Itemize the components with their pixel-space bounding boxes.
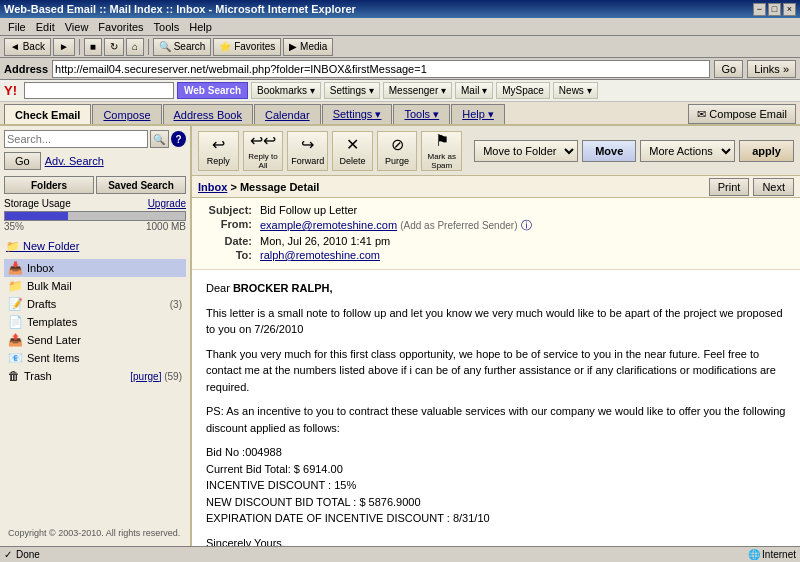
yahoo-messenger-button[interactable]: Messenger ▾ xyxy=(383,82,452,99)
new-folder-button[interactable]: 📁 New Folder xyxy=(4,238,186,255)
email-headers: Subject: Bid Follow up Letter From: exam… xyxy=(192,198,800,270)
help-icon[interactable]: ? xyxy=(171,131,186,147)
email-greeting: Dear BROCKER RALPH, xyxy=(206,280,786,297)
forward-label: Forward xyxy=(291,156,324,166)
yahoo-news-button[interactable]: News ▾ xyxy=(553,82,598,99)
sidebar-item-trash[interactable]: 🗑 Trash [purge] (59) xyxy=(4,367,186,385)
compose-email-button[interactable]: ✉ Compose Email xyxy=(688,104,796,124)
nav-tabs: Check Email Compose Address Book Calenda… xyxy=(0,102,800,126)
reply-all-button[interactable]: ↩↩ Reply to All xyxy=(243,131,284,171)
bulk-mail-icon: 📁 xyxy=(8,279,23,293)
forward-button[interactable]: ↪ Forward xyxy=(287,131,328,171)
saved-search-tab[interactable]: Saved Search xyxy=(96,176,186,194)
delete-icon: ✕ xyxy=(346,135,359,154)
reply-all-label: Reply to All xyxy=(244,152,283,170)
print-button[interactable]: Print xyxy=(709,178,750,196)
folders-tab[interactable]: Folders xyxy=(4,176,94,194)
refresh-button[interactable]: ↻ xyxy=(104,38,124,56)
yahoo-search-input[interactable] xyxy=(24,82,174,99)
move-to-folder-select[interactable]: Move to Folder xyxy=(474,140,578,162)
menu-tools[interactable]: Tools xyxy=(150,20,184,34)
storage-bar: Storage Usage Upgrade 35% 1000 MB xyxy=(4,198,186,232)
storage-label-row: Storage Usage Upgrade xyxy=(4,198,186,209)
sidebar-item-drafts[interactable]: 📝 Drafts (3) xyxy=(4,295,186,313)
mark-spam-button[interactable]: ⚑ Mark as Spam xyxy=(421,131,462,171)
window-title: Web-Based Email :: Mail Index :: Inbox -… xyxy=(4,3,356,15)
toolbar-sep2 xyxy=(148,39,149,55)
search-button[interactable]: 🔍 xyxy=(150,130,169,148)
email-para2: Thank you very much for this first class… xyxy=(206,346,786,396)
sent-icon: 📧 xyxy=(8,351,23,365)
menu-help[interactable]: Help xyxy=(185,20,216,34)
upgrade-link[interactable]: Upgrade xyxy=(148,198,186,209)
sidebar-item-sent-items[interactable]: 📧 Sent Items xyxy=(4,349,186,367)
search-input[interactable] xyxy=(4,130,148,148)
more-actions-select[interactable]: More Actions xyxy=(640,140,735,162)
reply-button[interactable]: ↩ Reply xyxy=(198,131,239,171)
purge-button[interactable]: ⊘ Purge xyxy=(377,131,418,171)
next-button[interactable]: Next xyxy=(753,178,794,196)
sidebar-item-bulk-mail[interactable]: 📁 Bulk Mail xyxy=(4,277,186,295)
main-layout: 🔍 ? Go Adv. Search Folders Saved Search … xyxy=(0,126,800,546)
to-label: To: xyxy=(202,249,252,261)
close-button[interactable]: × xyxy=(783,3,796,16)
address-input[interactable] xyxy=(52,60,710,78)
sidebar-item-send-later[interactable]: 📤 Send Later xyxy=(4,331,186,349)
send-later-label: Send Later xyxy=(27,334,81,346)
storage-percent: 35% xyxy=(4,221,24,232)
folder-search-tabs: Folders Saved Search xyxy=(4,176,186,194)
tab-address-book[interactable]: Address Book xyxy=(163,104,253,124)
address-bar: Address Go Links » xyxy=(0,58,800,80)
sidebar-item-inbox[interactable]: 📥 Inbox xyxy=(4,259,186,277)
yahoo-web-search-button[interactable]: Web Search xyxy=(177,82,248,99)
status-bar: ✓ Done 🌐 Internet xyxy=(0,546,800,562)
menu-edit[interactable]: Edit xyxy=(32,20,59,34)
tab-check-email[interactable]: Check Email xyxy=(4,104,91,124)
maximize-button[interactable]: □ xyxy=(768,3,781,16)
yahoo-settings-button[interactable]: Settings ▾ xyxy=(324,82,380,99)
go-button[interactable]: Go xyxy=(4,152,41,170)
reply-icon: ↩ xyxy=(212,135,225,154)
tab-settings[interactable]: Settings ▾ xyxy=(322,104,393,124)
yahoo-myspace-button[interactable]: MySpace xyxy=(496,82,550,99)
date-label: Date: xyxy=(202,235,252,247)
menu-favorites[interactable]: Favorites xyxy=(94,20,147,34)
new-discount-bid: NEW DISCOUNT BID TOTAL : $ 5876.9000 xyxy=(206,494,786,511)
address-go-button[interactable]: Go xyxy=(714,60,743,78)
go-adv-row: Go Adv. Search xyxy=(4,152,186,170)
move-button[interactable]: Move xyxy=(582,140,636,162)
content-area: ↩ Reply ↩↩ Reply to All ↪ Forward ✕ Dele… xyxy=(192,126,800,546)
tab-tools[interactable]: Tools ▾ xyxy=(393,104,450,124)
tab-compose[interactable]: Compose xyxy=(92,104,161,124)
menu-file[interactable]: File xyxy=(4,20,30,34)
advanced-search-link[interactable]: Adv. Search xyxy=(45,152,104,170)
from-email-link[interactable]: example@remoteshine.com xyxy=(260,219,397,231)
links-button[interactable]: Links » xyxy=(747,60,796,78)
reply-all-icon: ↩↩ xyxy=(250,131,276,150)
inbox-breadcrumb-link[interactable]: Inbox xyxy=(198,181,227,193)
search-toolbar-button[interactable]: 🔍 Search xyxy=(153,38,211,56)
purge-link[interactable]: [purge] xyxy=(130,371,161,382)
minimize-button[interactable]: − xyxy=(753,3,766,16)
favorites-toolbar-button[interactable]: ⭐ Favorites xyxy=(213,38,281,56)
reply-label: Reply xyxy=(207,156,230,166)
yahoo-mail-button[interactable]: Mail ▾ xyxy=(455,82,493,99)
media-toolbar-button[interactable]: ▶ Media xyxy=(283,38,333,56)
menu-view[interactable]: View xyxy=(61,20,93,34)
forward-button[interactable]: ► xyxy=(53,38,75,56)
internet-text: Internet xyxy=(762,549,796,560)
tab-help[interactable]: Help ▾ xyxy=(451,104,505,124)
sidebar-item-templates[interactable]: 📄 Templates xyxy=(4,313,186,331)
add-preferred-link[interactable]: (Add as Preferred Sender) xyxy=(400,220,517,231)
back-button[interactable]: ◄ Back xyxy=(4,38,51,56)
drafts-icon: 📝 xyxy=(8,297,23,311)
tab-calendar[interactable]: Calendar xyxy=(254,104,321,124)
to-email-link[interactable]: ralph@remoteshine.com xyxy=(260,249,380,261)
toolbar-sep1 xyxy=(79,39,80,55)
home-button[interactable]: ⌂ xyxy=(126,38,144,56)
delete-button[interactable]: ✕ Delete xyxy=(332,131,373,171)
search-box: 🔍 ? xyxy=(4,130,186,148)
apply-button[interactable]: apply xyxy=(739,140,794,162)
yahoo-bookmarks-button[interactable]: Bookmarks ▾ xyxy=(251,82,321,99)
stop-button[interactable]: ■ xyxy=(84,38,102,56)
